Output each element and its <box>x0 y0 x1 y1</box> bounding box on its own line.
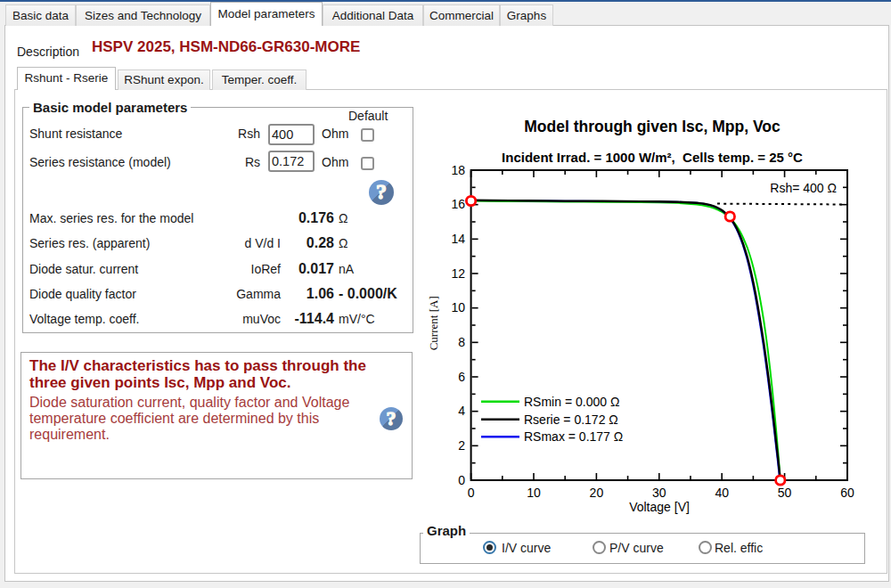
svg-text:40: 40 <box>715 486 729 500</box>
svg-text:12: 12 <box>451 266 465 281</box>
svg-text:Rsh= 400 Ω: Rsh= 400 Ω <box>770 181 837 195</box>
svg-text:0: 0 <box>468 486 475 500</box>
svg-text:4: 4 <box>458 404 465 418</box>
svg-text:60: 60 <box>840 486 854 500</box>
svg-text:2: 2 <box>458 438 465 453</box>
svg-text:18: 18 <box>451 163 465 177</box>
svg-text:14: 14 <box>451 232 465 246</box>
svg-text:50: 50 <box>778 486 792 500</box>
svg-text:20: 20 <box>590 486 604 500</box>
svg-text:8: 8 <box>458 335 465 349</box>
svg-text:Current [A]: Current [A] <box>427 296 440 350</box>
svg-text:Voltage [V]: Voltage [V] <box>629 500 690 514</box>
svg-text:6: 6 <box>458 370 465 384</box>
svg-text:Rserie = 0.172 Ω: Rserie = 0.172 Ω <box>524 412 618 427</box>
svg-text:Incident Irrad. = 1000 W/m²,: Incident Irrad. = 1000 W/m², Cells temp.… <box>502 150 803 165</box>
svg-text:10: 10 <box>451 300 465 314</box>
svg-text:Model through given Isc, Mpp,: Model through given Isc, Mpp, Voc <box>524 118 781 135</box>
svg-text:10: 10 <box>527 486 541 500</box>
svg-text:30: 30 <box>652 486 666 500</box>
svg-text:0: 0 <box>458 473 465 487</box>
svg-text:16: 16 <box>451 197 465 211</box>
svg-text:RSmax = 0.177 Ω: RSmax = 0.177 Ω <box>524 429 623 444</box>
svg-text:RSmin = 0.000 Ω: RSmin = 0.000 Ω <box>524 395 619 409</box>
